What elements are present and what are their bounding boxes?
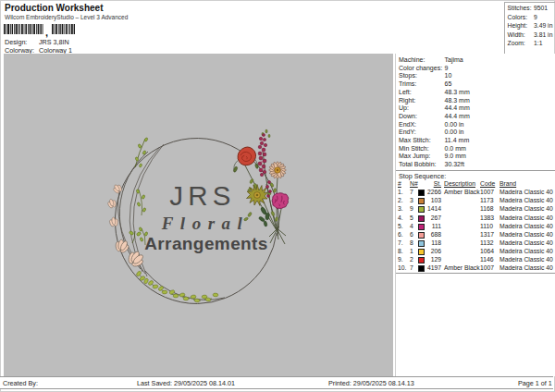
svg-text:Arrangements: Arrangements: [144, 234, 268, 253]
svg-text:JRS: JRS: [169, 180, 235, 211]
svg-text:Floral: Floral: [161, 214, 250, 233]
